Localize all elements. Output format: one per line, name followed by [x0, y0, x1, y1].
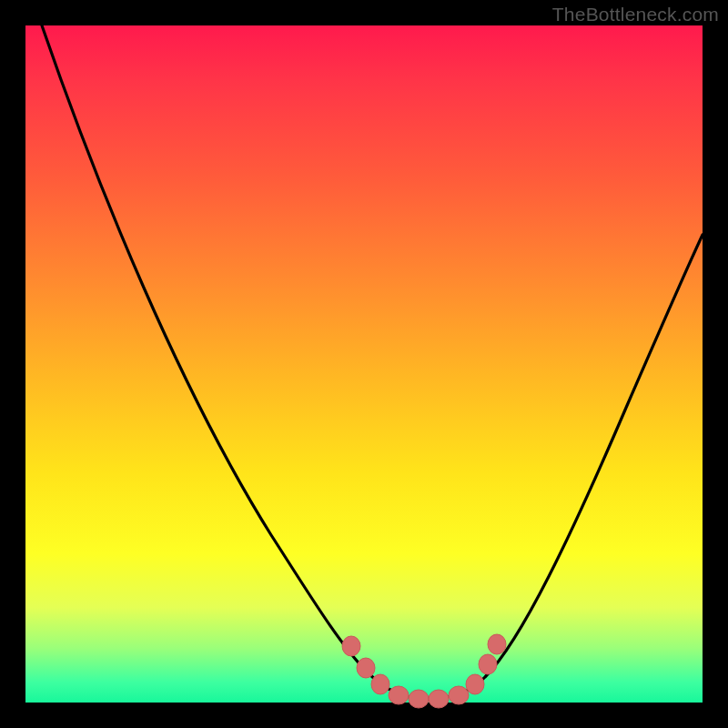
marker — [449, 686, 469, 704]
curve-right-branch — [426, 235, 703, 699]
marker — [409, 690, 429, 708]
marker — [488, 634, 506, 654]
marker — [466, 674, 484, 694]
marker — [357, 658, 375, 678]
watermark-text: TheBottleneck.com — [552, 4, 719, 25]
marker — [389, 686, 409, 704]
marker — [342, 636, 360, 656]
marker — [429, 690, 449, 708]
curve-left-branch — [42, 25, 426, 699]
trough-markers — [342, 634, 506, 708]
marker — [371, 674, 389, 694]
bottleneck-curve — [25, 25, 703, 703]
marker — [479, 654, 497, 674]
chart-frame: TheBottleneck.com — [0, 0, 728, 728]
